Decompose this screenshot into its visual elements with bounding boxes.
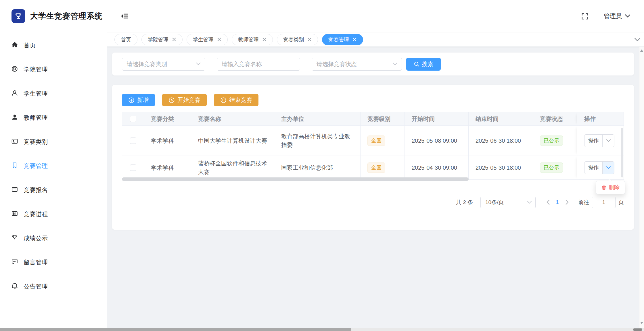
main-vertical-scrollbar[interactable] (639, 47, 644, 328)
goto-page-input[interactable] (592, 197, 616, 208)
table-vertical-scrollbar[interactable] (621, 128, 623, 177)
sidebar-menu: 首页 学院管理 学生管理 教师管理 竞赛类别 竞赛管理 (0, 32, 107, 299)
tab-label: 学院管理 (148, 36, 168, 43)
competition-name-input[interactable] (217, 58, 300, 71)
column-header-category: 竞赛分类 (144, 112, 191, 125)
chat-icon (11, 258, 18, 267)
cell-organizer: 教育部高校计算机类专业教指委 (274, 126, 361, 156)
select-all-checkbox[interactable] (130, 116, 136, 122)
category-select[interactable]: 请选择竞赛类别 (122, 58, 205, 71)
row-checkbox[interactable] (130, 138, 136, 144)
tabs-overflow-chevron-icon[interactable] (635, 32, 640, 47)
level-badge: 全国 (367, 136, 385, 146)
row-action-caret-button[interactable] (603, 135, 614, 147)
sidebar-item-label: 竞赛管理 (24, 162, 48, 170)
chevron-down-icon (625, 14, 630, 18)
column-header-actions: 操作 (577, 112, 619, 125)
add-button[interactable]: 新增 (122, 94, 155, 106)
page-suffix-label: 页 (618, 199, 624, 206)
sidebar-item-label: 学院管理 (24, 65, 48, 73)
cell-start-time: 2025-04-30 09:00 (405, 156, 469, 179)
sidebar-item-category[interactable]: 竞赛类别 (0, 130, 107, 154)
start-competition-button[interactable]: 开始竞赛 (162, 94, 207, 106)
row-dropdown-menu: 删除 (596, 181, 625, 194)
sidebar-item-college[interactable]: 学院管理 (0, 57, 107, 82)
sidebar-item-progress[interactable]: 竞赛进程 (0, 202, 107, 226)
window-horizontal-scrollbar[interactable] (0, 328, 644, 331)
lifebuoy-icon (11, 65, 18, 74)
app-title: 大学生竞赛管理系统 (30, 11, 103, 21)
sidebar-item-student[interactable]: 学生管理 (0, 82, 107, 106)
add-button-label: 新增 (137, 96, 149, 104)
status-badge: 已公示 (540, 136, 563, 146)
sidebar-item-competition[interactable]: 竞赛管理 (0, 154, 107, 178)
prev-page-button[interactable] (544, 197, 552, 208)
bookmark-icon (11, 162, 18, 171)
trash-icon (601, 185, 607, 190)
page-number-current[interactable]: 1 (552, 199, 563, 206)
end-competition-button[interactable]: 结束竞赛 (214, 94, 258, 106)
horizontal-scrollbar-thumb[interactable] (0, 328, 351, 331)
top-header: 管理员 (107, 0, 644, 32)
column-header-status: 竞赛状态 (533, 112, 577, 125)
table-header-row: 竞赛分类 竞赛名称 主办单位 竞赛级别 开始时间 结束时间 竞赛状态 操作 (122, 112, 624, 126)
tab-category[interactable]: 竞赛类别 (277, 34, 318, 45)
scroll-up-arrow-icon[interactable] (640, 49, 643, 52)
row-checkbox[interactable] (130, 164, 136, 171)
page-size-select[interactable]: 10条/页 (480, 197, 536, 208)
sidebar-item-label: 成绩公示 (24, 234, 48, 242)
tabs: 首页 学院管理 学生管理 教师管理 竞赛类别 竞赛管理 (114, 34, 363, 45)
sidebar-item-home[interactable]: 首页 (0, 33, 107, 57)
close-icon[interactable] (352, 37, 357, 42)
tab-label: 教师管理 (238, 36, 259, 43)
table-row: 学术学科 中国大学生计算机设计大赛 教育部高校计算机类专业教指委 全国 2025… (122, 126, 624, 156)
menu-fold-icon[interactable] (120, 12, 129, 20)
tab-competition[interactable]: 竞赛管理 (322, 34, 363, 45)
row-action-button[interactable]: 操作 (584, 135, 603, 147)
status-select[interactable]: 请选择竞赛状态 (312, 58, 402, 71)
cell-category: 学术学科 (144, 126, 191, 156)
status-select-placeholder: 请选择竞赛状态 (317, 60, 357, 68)
sidebar-item-notice[interactable]: 公告管理 (0, 274, 107, 299)
cell-name: 中国大学生计算机设计大赛 (191, 126, 274, 156)
column-header-name: 竞赛名称 (191, 112, 274, 125)
tab-college[interactable]: 学院管理 (141, 34, 183, 45)
search-button[interactable]: 搜索 (406, 58, 441, 71)
fullscreen-icon[interactable] (581, 12, 589, 20)
sidebar-item-message[interactable]: 留言管理 (0, 250, 107, 274)
start-button-label: 开始竞赛 (177, 96, 200, 104)
table-horizontal-scrollbar[interactable] (122, 177, 469, 181)
sidebar-item-teacher[interactable]: 教师管理 (0, 106, 107, 130)
delete-menu-item[interactable]: 删除 (609, 184, 620, 191)
close-icon[interactable] (217, 37, 221, 42)
status-badge: 已公示 (540, 162, 563, 173)
next-page-button[interactable] (563, 197, 571, 208)
row-action-button[interactable]: 操作 (584, 162, 603, 174)
sidebar-item-signup[interactable]: 竞赛报名 (0, 178, 107, 202)
scroll-down-arrow-icon[interactable] (640, 322, 643, 324)
sidebar: 大学生竞赛管理系统 首页 学院管理 学生管理 教师管理 竞赛类别 (0, 0, 107, 331)
tab-teacher[interactable]: 教师管理 (232, 34, 273, 45)
row-actions-group: 操作 (584, 161, 614, 174)
close-icon[interactable] (307, 37, 312, 42)
tab-home[interactable]: 首页 (114, 34, 137, 45)
close-icon[interactable] (172, 37, 176, 42)
column-header-end: 结束时间 (469, 112, 533, 125)
user-dropdown[interactable]: 管理员 (604, 12, 630, 20)
sidebar-item-label: 竞赛进程 (24, 210, 48, 218)
tab-label: 学生管理 (193, 36, 214, 43)
close-icon[interactable] (262, 37, 267, 42)
search-button-label: 搜索 (422, 60, 434, 68)
row-action-caret-button[interactable] (603, 162, 614, 174)
row-actions-group: 操作 (584, 134, 614, 147)
end-button-label: 结束竞赛 (229, 96, 252, 104)
chevron-down-icon (393, 63, 397, 65)
search-panel: 请选择竞赛类别 请选择竞赛状态 搜索 (112, 53, 634, 76)
circle-pause-icon (220, 97, 227, 103)
table-toolbar: 新增 开始竞赛 结束竞赛 (122, 94, 258, 106)
tab-student[interactable]: 学生管理 (187, 34, 228, 45)
user-filled-icon (11, 113, 18, 122)
chevron-down-icon (527, 201, 532, 204)
sidebar-item-label: 教师管理 (24, 114, 48, 122)
sidebar-item-score[interactable]: 成绩公示 (0, 226, 107, 250)
